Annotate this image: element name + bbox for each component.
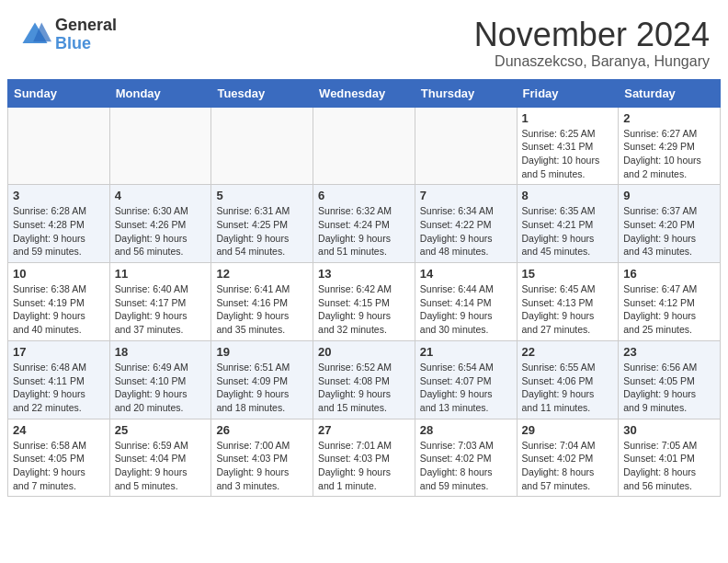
table-row: 19Sunrise: 6:51 AM Sunset: 4:09 PM Dayli… [211,340,313,419]
day-info: Sunrise: 6:37 AM Sunset: 4:20 PM Dayligh… [623,204,715,259]
day-info: Sunrise: 6:34 AM Sunset: 4:22 PM Dayligh… [420,204,512,259]
day-info: Sunrise: 6:41 AM Sunset: 4:16 PM Dayligh… [216,282,308,337]
calendar-week-row: 10Sunrise: 6:38 AM Sunset: 4:19 PM Dayli… [8,263,721,341]
table-row: 1Sunrise: 6:25 AM Sunset: 4:31 PM Daylig… [517,107,619,185]
day-number: 28 [420,423,512,437]
day-number: 12 [216,267,308,281]
logo-general-text: General [55,17,117,35]
day-number: 10 [13,267,105,281]
col-sunday: Sunday [8,79,110,107]
title-section: November 2024 Dunaszekcso, Baranya, Hung… [474,17,710,70]
col-saturday: Saturday [619,79,721,107]
table-row: 20Sunrise: 6:52 AM Sunset: 4:08 PM Dayli… [313,340,415,419]
day-info: Sunrise: 7:04 AM Sunset: 4:02 PM Dayligh… [522,439,614,493]
day-number: 15 [522,267,614,281]
table-row [109,107,211,185]
table-row: 30Sunrise: 7:05 AM Sunset: 4:01 PM Dayli… [619,419,721,497]
day-info: Sunrise: 7:00 AM Sunset: 4:03 PM Dayligh… [216,439,308,493]
table-row: 24Sunrise: 6:58 AM Sunset: 4:05 PM Dayli… [8,419,110,497]
day-number: 22 [522,345,614,359]
day-info: Sunrise: 6:31 AM Sunset: 4:25 PM Dayligh… [216,204,308,259]
location: Dunaszekcso, Baranya, Hungary [474,53,710,70]
logo-icon [18,18,51,52]
logo: General Blue [18,17,117,53]
table-row: 27Sunrise: 7:01 AM Sunset: 4:03 PM Dayli… [313,419,415,497]
day-number: 18 [115,345,207,359]
day-number: 6 [318,189,410,202]
day-number: 9 [623,189,715,202]
day-number: 29 [522,423,614,437]
day-number: 26 [216,423,308,437]
table-row [415,107,517,185]
table-row: 4Sunrise: 6:30 AM Sunset: 4:26 PM Daylig… [109,185,211,263]
day-info: Sunrise: 6:54 AM Sunset: 4:07 PM Dayligh… [420,361,512,415]
day-info: Sunrise: 6:55 AM Sunset: 4:06 PM Dayligh… [522,361,614,415]
day-info: Sunrise: 6:51 AM Sunset: 4:09 PM Dayligh… [216,361,308,415]
col-wednesday: Wednesday [313,79,415,107]
table-row: 6Sunrise: 6:32 AM Sunset: 4:24 PM Daylig… [313,185,415,263]
table-row: 5Sunrise: 6:31 AM Sunset: 4:25 PM Daylig… [211,185,313,263]
day-number: 24 [13,423,105,437]
table-row: 8Sunrise: 6:35 AM Sunset: 4:21 PM Daylig… [517,185,619,263]
calendar-week-row: 17Sunrise: 6:48 AM Sunset: 4:11 PM Dayli… [8,340,721,419]
table-row [211,107,313,185]
table-row: 22Sunrise: 6:55 AM Sunset: 4:06 PM Dayli… [517,340,619,419]
calendar-week-row: 24Sunrise: 6:58 AM Sunset: 4:05 PM Dayli… [8,419,721,497]
day-info: Sunrise: 6:27 AM Sunset: 4:29 PM Dayligh… [623,127,715,181]
table-row [313,107,415,185]
day-number: 3 [13,189,105,202]
table-row: 2Sunrise: 6:27 AM Sunset: 4:29 PM Daylig… [619,107,721,185]
table-row: 23Sunrise: 6:56 AM Sunset: 4:05 PM Dayli… [619,340,721,419]
table-row: 12Sunrise: 6:41 AM Sunset: 4:16 PM Dayli… [211,263,313,341]
day-info: Sunrise: 6:32 AM Sunset: 4:24 PM Dayligh… [318,204,410,259]
day-number: 13 [318,267,410,281]
day-number: 4 [115,189,207,202]
table-row: 15Sunrise: 6:45 AM Sunset: 4:13 PM Dayli… [517,263,619,341]
day-number: 7 [420,189,512,202]
day-info: Sunrise: 6:48 AM Sunset: 4:11 PM Dayligh… [13,361,105,415]
table-row: 28Sunrise: 7:03 AM Sunset: 4:02 PM Dayli… [415,419,517,497]
day-info: Sunrise: 7:01 AM Sunset: 4:03 PM Dayligh… [318,439,410,493]
table-row: 26Sunrise: 7:00 AM Sunset: 4:03 PM Dayli… [211,419,313,497]
day-number: 30 [623,423,715,437]
day-number: 25 [115,423,207,437]
calendar-header-row: Sunday Monday Tuesday Wednesday Thursday… [8,79,721,107]
day-number: 19 [216,345,308,359]
table-row: 7Sunrise: 6:34 AM Sunset: 4:22 PM Daylig… [415,185,517,263]
table-row: 16Sunrise: 6:47 AM Sunset: 4:12 PM Dayli… [619,263,721,341]
day-number: 14 [420,267,512,281]
day-info: Sunrise: 6:25 AM Sunset: 4:31 PM Dayligh… [522,127,614,181]
day-number: 1 [522,111,614,125]
table-row: 21Sunrise: 6:54 AM Sunset: 4:07 PM Dayli… [415,340,517,419]
logo-blue-text: Blue [55,35,117,53]
table-row: 14Sunrise: 6:44 AM Sunset: 4:14 PM Dayli… [415,263,517,341]
col-friday: Friday [517,79,619,107]
day-info: Sunrise: 6:56 AM Sunset: 4:05 PM Dayligh… [623,361,715,415]
day-info: Sunrise: 6:40 AM Sunset: 4:17 PM Dayligh… [115,282,207,337]
table-row: 29Sunrise: 7:04 AM Sunset: 4:02 PM Dayli… [517,419,619,497]
table-row: 10Sunrise: 6:38 AM Sunset: 4:19 PM Dayli… [8,263,110,341]
day-info: Sunrise: 6:49 AM Sunset: 4:10 PM Dayligh… [115,361,207,415]
day-info: Sunrise: 6:42 AM Sunset: 4:15 PM Dayligh… [318,282,410,337]
table-row: 25Sunrise: 6:59 AM Sunset: 4:04 PM Dayli… [109,419,211,497]
day-number: 20 [318,345,410,359]
day-info: Sunrise: 7:05 AM Sunset: 4:01 PM Dayligh… [623,439,715,493]
day-info: Sunrise: 6:30 AM Sunset: 4:26 PM Dayligh… [115,204,207,259]
day-number: 17 [13,345,105,359]
col-monday: Monday [109,79,211,107]
day-number: 5 [216,189,308,202]
col-thursday: Thursday [415,79,517,107]
table-row: 11Sunrise: 6:40 AM Sunset: 4:17 PM Dayli… [109,263,211,341]
day-number: 23 [623,345,715,359]
day-info: Sunrise: 6:35 AM Sunset: 4:21 PM Dayligh… [522,204,614,259]
calendar-week-row: 1Sunrise: 6:25 AM Sunset: 4:31 PM Daylig… [8,107,721,185]
calendar-table: Sunday Monday Tuesday Wednesday Thursday… [7,79,721,498]
table-row [8,107,110,185]
day-info: Sunrise: 6:52 AM Sunset: 4:08 PM Dayligh… [318,361,410,415]
table-row: 18Sunrise: 6:49 AM Sunset: 4:10 PM Dayli… [109,340,211,419]
header: General Blue November 2024 Dunaszekcso, … [0,0,728,79]
col-tuesday: Tuesday [211,79,313,107]
table-row: 13Sunrise: 6:42 AM Sunset: 4:15 PM Dayli… [313,263,415,341]
day-info: Sunrise: 6:45 AM Sunset: 4:13 PM Dayligh… [522,282,614,337]
table-row: 9Sunrise: 6:37 AM Sunset: 4:20 PM Daylig… [619,185,721,263]
